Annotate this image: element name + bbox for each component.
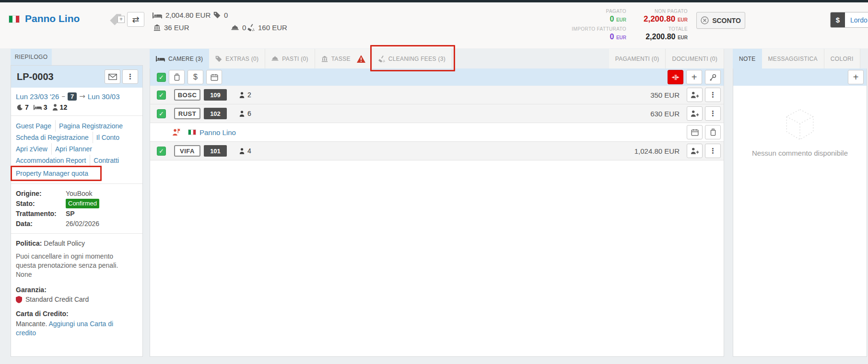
- tab-camere[interactable]: CAMERE (3): [150, 49, 209, 68]
- checkout-date-link[interactable]: Lun 30/03: [88, 92, 120, 101]
- checkin-arrows-icon: [672, 74, 679, 80]
- policy-text: Puoi cancellare in ogni momento questa p…: [16, 252, 132, 279]
- stay-counts: 7 3 12: [16, 103, 138, 111]
- property-manager-quota-wrap: Property Manager quota: [16, 168, 95, 179]
- cleaning-total-stat: 160 EUR: [247, 23, 287, 32]
- link-contratti[interactable]: Contratti: [94, 155, 123, 166]
- room-row-rust: ✓ RUST 102 6 630 EUR ⋮: [150, 104, 724, 123]
- link-apri-planner[interactable]: Apri Planner: [55, 143, 96, 155]
- quick-links-section: Guest PagePagina Registrazione Scheda di…: [11, 116, 142, 184]
- italian-flag-icon: [188, 129, 196, 135]
- tab-tasse[interactable]: TASSE: [315, 49, 372, 68]
- notes-tabs: NOTE MESSAGGISTICA COLORI: [733, 49, 867, 68]
- calendar-icon: [211, 74, 218, 81]
- policy-section: Politica: Default Policy Puoi cancellare…: [11, 234, 142, 342]
- guest-count: 4: [239, 147, 251, 155]
- row-menu-button[interactable]: ⋮: [705, 88, 721, 102]
- checkin-button[interactable]: [668, 70, 683, 84]
- paid-amount: 0 EUR: [551, 14, 626, 25]
- person-add-icon: [691, 110, 699, 117]
- kebab-icon: ⋮: [127, 72, 134, 81]
- room-number-badge[interactable]: 109: [204, 89, 227, 101]
- link-scheda-registrazione[interactable]: Scheda di Registrazione: [16, 132, 93, 143]
- meal-dome-icon: [271, 56, 279, 61]
- meal-dome-icon: [231, 25, 239, 31]
- row-menu-button[interactable]: ⋮: [705, 144, 721, 158]
- bed-icon: [152, 12, 162, 19]
- remove-guest-button[interactable]: [705, 125, 721, 139]
- add-tag-button[interactable]: +: [106, 12, 125, 27]
- tab-documenti[interactable]: DOCUMENTI (0): [666, 49, 724, 68]
- add-guest-button[interactable]: [687, 88, 703, 102]
- tag-icon: [215, 56, 222, 62]
- tab-pasti[interactable]: PASTI (0): [265, 49, 315, 68]
- tab-note[interactable]: NOTE: [733, 49, 762, 68]
- broom-icon: [378, 56, 385, 62]
- rooms-total-stat: 2,004.80 EUR: [152, 11, 211, 19]
- delete-rooms-button[interactable]: [169, 70, 185, 84]
- link-il-conto[interactable]: Il Conto: [96, 132, 123, 143]
- link-guest-page[interactable]: Guest Page: [16, 120, 56, 132]
- tab-colori[interactable]: COLORI: [824, 49, 860, 68]
- checkin-date-link[interactable]: Lun 23/03 '26: [16, 92, 59, 101]
- link-accommodation-report[interactable]: Accommodation Report: [16, 155, 90, 166]
- gross-label: Lordo: [845, 12, 868, 27]
- room-type-badge[interactable]: RUST: [174, 108, 200, 119]
- guests-count: 12: [60, 103, 68, 111]
- kebab-icon: ⋮: [709, 109, 716, 118]
- swap-booking-button[interactable]: ⇄: [127, 12, 144, 27]
- rooms-panel-body: ✓ $ +: [150, 68, 724, 357]
- calendar-button[interactable]: [206, 70, 222, 84]
- add-guest-button[interactable]: [687, 144, 703, 158]
- tab-messaggistica[interactable]: MESSAGGISTICA: [762, 49, 824, 68]
- tab-extras[interactable]: EXTRAS (0): [209, 49, 265, 68]
- guest-calendar-button[interactable]: [687, 125, 703, 139]
- total-label: TOTALE: [631, 26, 688, 32]
- unpaid-amount: 2,200.80 EUR: [631, 14, 688, 25]
- booking-page: Panno Lino + ⇄ 2,004.80 EUR 0 36 EUR: [0, 0, 868, 364]
- link-pagina-registrazione[interactable]: Pagina Registrazione: [59, 120, 127, 132]
- booking-menu-button[interactable]: ⋮: [122, 69, 138, 84]
- broom-icon: [247, 24, 255, 31]
- policy-row: Politica: Default Policy: [16, 239, 138, 247]
- policy-name: Default Policy: [44, 239, 85, 247]
- empty-cube-icon: [782, 107, 818, 142]
- link-apri-zview[interactable]: Apri zView: [16, 143, 52, 155]
- guest-name[interactable]: Panno Lino: [25, 13, 80, 24]
- tab-cleaning-fees[interactable]: CLEANING FEES (3): [372, 49, 452, 68]
- room-price: 350 EUR: [650, 91, 680, 99]
- email-button[interactable]: [105, 69, 120, 84]
- select-all-checkbox[interactable]: ✓: [157, 73, 166, 82]
- booking-date-value: 26/02/2026: [66, 219, 99, 228]
- add-room-button[interactable]: +: [686, 70, 702, 84]
- gross-net-toggle[interactable]: $ Lordo: [830, 12, 868, 28]
- link-property-manager-quota[interactable]: Property Manager quota: [16, 168, 92, 179]
- room-number-badge[interactable]: 101: [204, 145, 227, 157]
- meals-count-stat: 0: [231, 23, 246, 32]
- row-checkbox[interactable]: ✓: [157, 109, 166, 118]
- room-row-bosc: ✓ BOSC 109 2 350 EUR ⋮: [150, 86, 724, 104]
- tab-pagamenti[interactable]: PAGAMENTI (0): [609, 49, 666, 68]
- key-button[interactable]: [705, 70, 721, 84]
- guarantee-label: Garanzia:: [16, 286, 138, 294]
- room-type-badge[interactable]: BOSC: [174, 89, 200, 101]
- row-checkbox[interactable]: ✓: [157, 91, 166, 100]
- row-menu-button[interactable]: ⋮: [705, 106, 721, 121]
- discount-button[interactable]: SCONTO: [696, 12, 745, 29]
- trash-icon: [174, 73, 180, 81]
- bed-icon: [156, 56, 165, 62]
- price-button[interactable]: $: [188, 70, 203, 84]
- add-note-button[interactable]: +: [848, 70, 864, 84]
- row-checkbox[interactable]: ✓: [157, 147, 166, 156]
- room-type-badge[interactable]: VIFA: [174, 145, 200, 157]
- nights-badge[interactable]: 7: [68, 92, 77, 101]
- status-badge: Confirmed: [66, 199, 99, 208]
- treatment-value: SP: [66, 209, 75, 218]
- date-row: Data:26/02/2026: [16, 219, 138, 228]
- guest-name-link[interactable]: Panno Lino: [199, 128, 236, 136]
- add-guest-button[interactable]: [687, 106, 703, 121]
- italian-flag-icon: [9, 15, 20, 23]
- room-number-badge[interactable]: 102: [204, 108, 227, 119]
- rooms-panel: CAMERE (3) EXTRAS (0) PASTI (0) TASSE CL…: [150, 49, 724, 357]
- tab-riepilogo[interactable]: RIEPILOGO: [11, 49, 52, 65]
